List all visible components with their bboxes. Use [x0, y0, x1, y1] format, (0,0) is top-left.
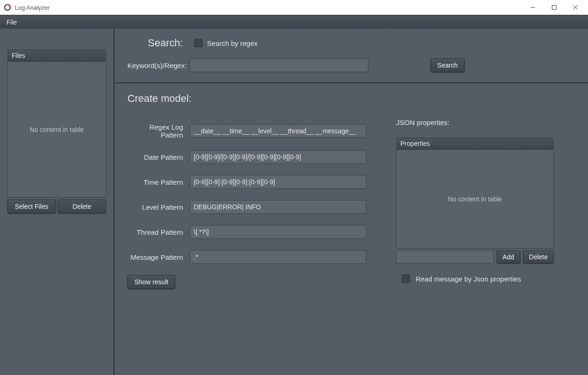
- read-by-json-checkbox[interactable]: [402, 275, 410, 283]
- message-pattern-label: Message Pattern: [127, 253, 190, 261]
- window-titlebar: Log Analyzer: [0, 0, 588, 15]
- keywords-label: Keyword(s)/Regex:: [127, 62, 187, 69]
- svg-rect-2: [552, 6, 556, 10]
- date-pattern-input[interactable]: [190, 150, 367, 164]
- select-files-button[interactable]: Select Files: [7, 200, 56, 213]
- search-heading: Search:: [148, 37, 183, 49]
- delete-file-button[interactable]: Delete: [58, 200, 107, 213]
- date-pattern-label: Date Pattern: [127, 153, 190, 161]
- thread-pattern-input[interactable]: [190, 225, 367, 239]
- search-section: Search: Search by regex Keyword(s)/Regex…: [114, 29, 588, 83]
- close-button[interactable]: [565, 0, 586, 15]
- properties-table-empty: No content in table: [397, 150, 553, 248]
- files-table-header[interactable]: Files: [8, 50, 106, 62]
- properties-table: Properties No content in table: [396, 138, 554, 249]
- regex-log-pattern-label: Regex Log Pattern: [127, 123, 190, 139]
- files-panel: Files No content in table Select Files D…: [0, 29, 114, 375]
- message-pattern-input[interactable]: [190, 250, 367, 264]
- minimize-button[interactable]: [522, 0, 544, 15]
- properties-table-header[interactable]: Properties: [397, 138, 553, 150]
- new-property-input[interactable]: [396, 250, 494, 263]
- time-pattern-label: Time Pattern: [127, 178, 190, 186]
- app-icon: [4, 4, 11, 11]
- keywords-input[interactable]: [190, 58, 368, 72]
- time-pattern-input[interactable]: [190, 175, 367, 189]
- menubar: File: [0, 15, 588, 29]
- json-properties-panel: JSON properties: Properties No content i…: [396, 93, 554, 289]
- search-button[interactable]: Search: [430, 58, 465, 72]
- level-pattern-label: Level Pattern: [127, 203, 190, 211]
- show-result-button[interactable]: Show result: [127, 275, 175, 289]
- search-by-regex-label: Search by regex: [207, 39, 258, 47]
- add-property-button[interactable]: Add: [497, 250, 520, 263]
- read-by-json-label: Read message by Json properties: [416, 275, 521, 283]
- create-model-form: Create model: Regex Log Pattern Date Pat…: [127, 93, 373, 289]
- json-properties-heading: JSON properties:: [396, 119, 554, 126]
- maximize-button[interactable]: [544, 0, 565, 15]
- delete-property-button[interactable]: Delete: [523, 250, 554, 263]
- files-table-empty: No content in table: [8, 62, 106, 197]
- window-title: Log Analyzer: [15, 4, 50, 11]
- window-controls: [522, 0, 586, 15]
- menu-file[interactable]: File: [1, 17, 23, 28]
- level-pattern-input[interactable]: [190, 200, 367, 214]
- files-table: Files No content in table: [7, 50, 106, 198]
- thread-pattern-label: Thread Pattern: [127, 228, 190, 236]
- search-by-regex-checkbox[interactable]: [194, 39, 202, 47]
- regex-log-pattern-input[interactable]: [190, 124, 367, 138]
- create-model-heading: Create model:: [127, 93, 373, 105]
